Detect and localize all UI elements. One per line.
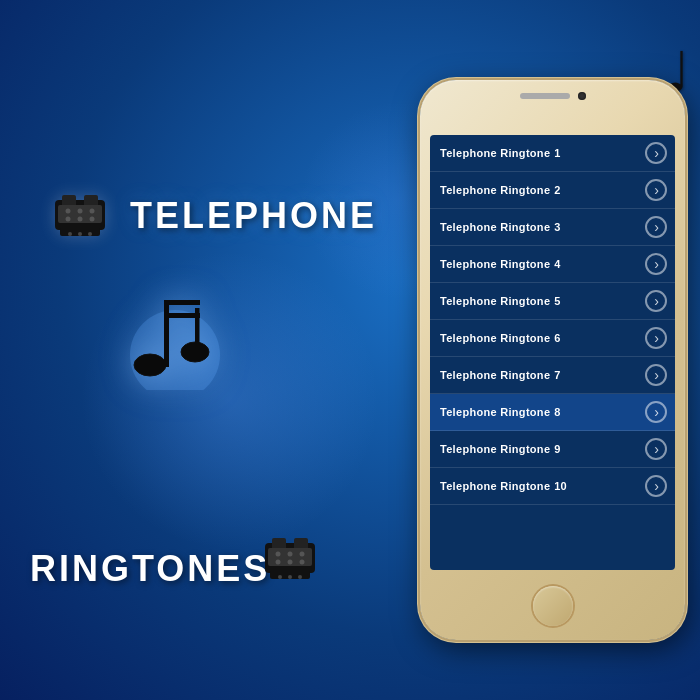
phone-top-bar [520, 92, 586, 100]
phone-mockup: Telephone Ringtone1Telephone Ringtone2Te… [420, 80, 685, 640]
chevron-icon-8 [645, 401, 667, 423]
ringtones-heading: RINGTONES [30, 548, 270, 590]
chevron-icon-3 [645, 216, 667, 238]
svg-point-8 [66, 209, 71, 214]
svg-point-11 [66, 217, 71, 222]
ringtone-item-2[interactable]: Telephone Ringtone2 [430, 172, 675, 209]
svg-point-4 [68, 232, 72, 236]
ringtone-item-number-9: 9 [554, 443, 560, 455]
ringtone-item-6[interactable]: Telephone Ringtone6 [430, 320, 675, 357]
svg-rect-19 [164, 300, 200, 305]
svg-point-9 [78, 209, 83, 214]
chevron-icon-5 [645, 290, 667, 312]
chevron-icon-7 [645, 364, 667, 386]
chevron-icon-10 [645, 475, 667, 497]
svg-point-29 [276, 552, 281, 557]
left-section: TELEPHONE RINGTONES [20, 0, 410, 700]
ringtone-item-number-8: 8 [554, 406, 560, 418]
chevron-icon-9 [645, 438, 667, 460]
ringtone-item-name-2: Telephone Ringtone [440, 184, 550, 196]
ringtone-item-5[interactable]: Telephone Ringtone5 [430, 283, 675, 320]
ringtone-item-name-8: Telephone Ringtone [440, 406, 550, 418]
svg-point-5 [78, 232, 82, 236]
ringtone-item-number-1: 1 [554, 147, 560, 159]
telephone-icon-top-left [50, 190, 110, 257]
svg-point-33 [288, 560, 293, 565]
ringtone-item-number-2: 2 [554, 184, 560, 196]
telephone-heading: TELEPHONE [130, 195, 377, 237]
svg-point-10 [90, 209, 95, 214]
ringtone-item-number-5: 5 [554, 295, 560, 307]
svg-point-25 [278, 575, 282, 579]
ringtone-item-name-7: Telephone Ringtone [440, 369, 550, 381]
ringtone-item-10[interactable]: Telephone Ringtone10 [430, 468, 675, 505]
ringtone-item-name-10: Telephone Ringtone [440, 480, 550, 492]
svg-point-26 [288, 575, 292, 579]
ringtone-item-8[interactable]: Telephone Ringtone8 [430, 394, 675, 431]
svg-point-32 [276, 560, 281, 565]
ringtone-item-name-5: Telephone Ringtone [440, 295, 550, 307]
chevron-icon-6 [645, 327, 667, 349]
ringtone-item-number-6: 6 [554, 332, 560, 344]
ringtone-item-3[interactable]: Telephone Ringtone3 [430, 209, 675, 246]
svg-point-13 [90, 217, 95, 222]
svg-point-27 [298, 575, 302, 579]
ringtone-item-name-4: Telephone Ringtone [440, 258, 550, 270]
svg-rect-20 [164, 313, 200, 318]
ringtone-list: Telephone Ringtone1Telephone Ringtone2Te… [430, 135, 675, 505]
phone-body: Telephone Ringtone1Telephone Ringtone2Te… [420, 80, 685, 640]
ringtone-item-9[interactable]: Telephone Ringtone9 [430, 431, 675, 468]
svg-point-15 [134, 354, 166, 376]
svg-point-6 [88, 232, 92, 236]
ringtone-item-7[interactable]: Telephone Ringtone7 [430, 357, 675, 394]
ringtone-item-1[interactable]: Telephone Ringtone1 [430, 135, 675, 172]
ringtone-item-name-9: Telephone Ringtone [440, 443, 550, 455]
svg-point-12 [78, 217, 83, 222]
phone-camera [578, 92, 586, 100]
chevron-icon-1 [645, 142, 667, 164]
svg-point-34 [300, 560, 305, 565]
music-note-large-icon [120, 280, 230, 413]
chevron-icon-4 [645, 253, 667, 275]
ringtone-item-name-3: Telephone Ringtone [440, 221, 550, 233]
ringtone-item-name-1: Telephone Ringtone [440, 147, 550, 159]
chevron-icon-2 [645, 179, 667, 201]
svg-rect-17 [164, 300, 169, 367]
phone-speaker [520, 93, 570, 99]
ringtone-item-number-3: 3 [554, 221, 560, 233]
phone-screen: Telephone Ringtone1Telephone Ringtone2Te… [430, 135, 675, 570]
ringtone-item-4[interactable]: Telephone Ringtone4 [430, 246, 675, 283]
svg-point-30 [288, 552, 293, 557]
svg-point-31 [300, 552, 305, 557]
ringtone-item-name-6: Telephone Ringtone [440, 332, 550, 344]
phone-home-button[interactable] [533, 586, 573, 626]
telephone-icon-bottom-center [260, 533, 320, 600]
ringtone-item-number-4: 4 [554, 258, 560, 270]
ringtone-item-number-7: 7 [554, 369, 560, 381]
ringtone-item-number-10: 10 [554, 480, 566, 492]
